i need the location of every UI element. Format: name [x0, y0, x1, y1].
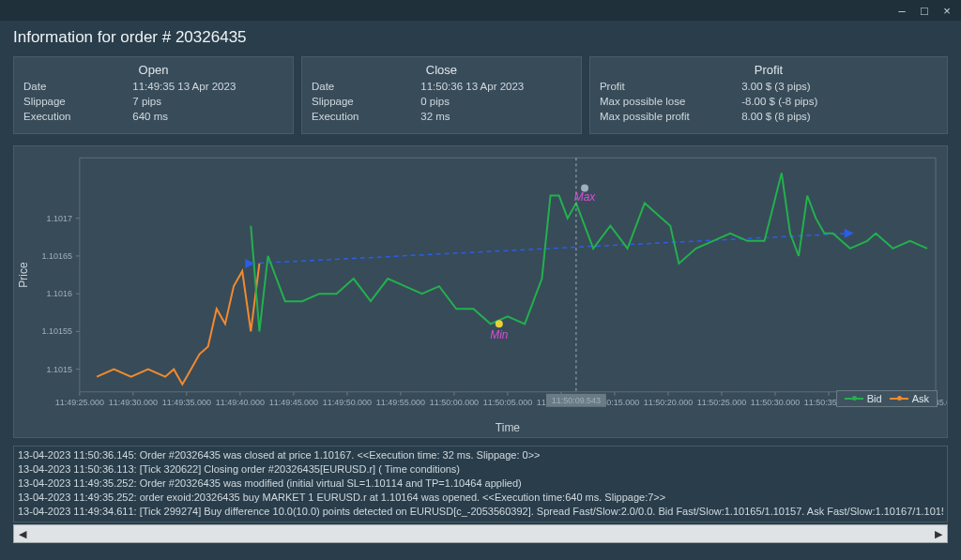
close-date-value: 11:50:36 13 Apr 2023 — [420, 79, 572, 94]
legend-bid: Bid — [845, 393, 882, 404]
log-line: 13-04-2023 11:49:35.252: order exoid:203… — [18, 491, 943, 505]
open-slippage-value: 7 pips — [132, 94, 283, 109]
summary-panels: Open Date11:49:35 13 Apr 2023 Slippage7 … — [0, 56, 961, 134]
titlebar: – □ × — [0, 0, 961, 21]
open-panel: Open Date11:49:35 13 Apr 2023 Slippage7 … — [13, 56, 294, 134]
svg-text:11:50:30.000: 11:50:30.000 — [751, 398, 800, 407]
svg-text:11:50:05.000: 11:50:05.000 — [483, 398, 532, 407]
svg-text:11:50:20.000: 11:50:20.000 — [644, 398, 693, 407]
open-date-label: Date — [23, 79, 132, 94]
svg-text:1.10165: 1.10165 — [41, 251, 71, 261]
maximize-button[interactable]: □ — [914, 2, 935, 19]
open-execution-label: Execution — [23, 109, 132, 124]
svg-text:1.10155: 1.10155 — [41, 326, 71, 336]
chart-legend: Bid Ask — [836, 390, 938, 407]
close-execution-value: 32 ms — [420, 109, 572, 124]
open-date-value: 11:49:35 13 Apr 2023 — [132, 79, 283, 94]
svg-text:11:49:50.000: 11:49:50.000 — [323, 398, 372, 407]
svg-text:11:49:55.000: 11:49:55.000 — [376, 398, 425, 407]
profit-value: 3.00 $ (3 pips) — [741, 79, 938, 94]
svg-text:11:49:30.000: 11:49:30.000 — [109, 398, 158, 407]
svg-text:1.1015: 1.1015 — [46, 365, 71, 374]
close-panel-title: Close — [312, 63, 572, 77]
svg-text:11:49:35.000: 11:49:35.000 — [162, 398, 211, 407]
page-title: Information for order # 20326435 — [13, 28, 948, 47]
svg-text:Min: Min — [490, 328, 509, 341]
legend-ask-line-icon — [890, 398, 908, 400]
open-execution-value: 640 ms — [132, 109, 283, 124]
open-slippage-label: Slippage — [23, 94, 132, 109]
profit-panel-title: Profit — [600, 63, 938, 77]
legend-ask-label: Ask — [912, 393, 929, 404]
order-info-window: – □ × Information for order # 20326435 O… — [0, 0, 961, 560]
horizontal-scrollbar[interactable]: ◀ ▶ — [13, 524, 948, 543]
max-loss-label: Max possible lose — [600, 94, 741, 109]
close-slippage-value: 0 pips — [420, 94, 572, 109]
header: Information for order # 20326435 — [0, 21, 961, 56]
svg-text:11:50:00.000: 11:50:00.000 — [430, 398, 479, 407]
minimize-button[interactable]: – — [892, 2, 912, 19]
window-controls: – □ × — [892, 2, 957, 19]
svg-point-51 — [496, 320, 503, 327]
legend-bid-line-icon — [845, 398, 863, 400]
max-loss-value: -8.00 $ (-8 pips) — [741, 94, 938, 109]
svg-text:Price: Price — [17, 262, 30, 288]
log-panel[interactable]: 13-04-2023 11:50:36.145: Order #20326435… — [13, 446, 948, 522]
profit-label: Profit — [600, 79, 741, 94]
close-slippage-label: Slippage — [312, 94, 420, 109]
max-profit-value: 8.00 $ (8 pips) — [741, 109, 938, 124]
scroll-left-button[interactable]: ◀ — [14, 526, 31, 541]
profit-panel: Profit Profit3.00 $ (3 pips) Max possibl… — [589, 56, 948, 134]
chart-svg: 1.10151.101551.10161.101651.101711:49:25… — [14, 146, 947, 437]
svg-text:1.1017: 1.1017 — [46, 214, 71, 223]
close-date-label: Date — [312, 79, 420, 94]
max-profit-label: Max possible profit — [600, 109, 741, 124]
log-line: 13-04-2023 11:49:34.611: [Tick 299274] B… — [18, 505, 943, 519]
close-button[interactable]: × — [937, 2, 957, 19]
close-panel: Close Date11:50:36 13 Apr 2023 Slippage0… — [301, 56, 582, 134]
svg-text:11:50:09.543: 11:50:09.543 — [552, 396, 601, 405]
svg-text:11:49:45.000: 11:49:45.000 — [269, 398, 318, 407]
open-panel-title: Open — [23, 63, 283, 77]
svg-text:11:49:25.000: 11:49:25.000 — [55, 398, 104, 407]
close-execution-label: Execution — [312, 109, 420, 124]
svg-text:Time: Time — [496, 421, 520, 434]
svg-text:11:49:40.000: 11:49:40.000 — [216, 398, 265, 407]
svg-text:Max: Max — [574, 190, 597, 204]
scroll-right-button[interactable]: ▶ — [930, 526, 947, 541]
log-line: 13-04-2023 11:50:36.145: Order #20326435… — [18, 448, 943, 462]
price-chart[interactable]: 1.10151.101551.10161.101651.101711:49:25… — [13, 145, 948, 438]
legend-ask: Ask — [890, 393, 929, 404]
svg-text:11:50:25.000: 11:50:25.000 — [697, 398, 746, 407]
log-line: 13-04-2023 11:49:35.252: Order #20326435… — [18, 477, 943, 491]
log-line: 13-04-2023 11:50:36.113: [Tick 320622] C… — [18, 462, 943, 477]
svg-rect-0 — [80, 158, 936, 391]
legend-bid-label: Bid — [867, 393, 882, 404]
svg-text:1.1016: 1.1016 — [46, 289, 71, 298]
